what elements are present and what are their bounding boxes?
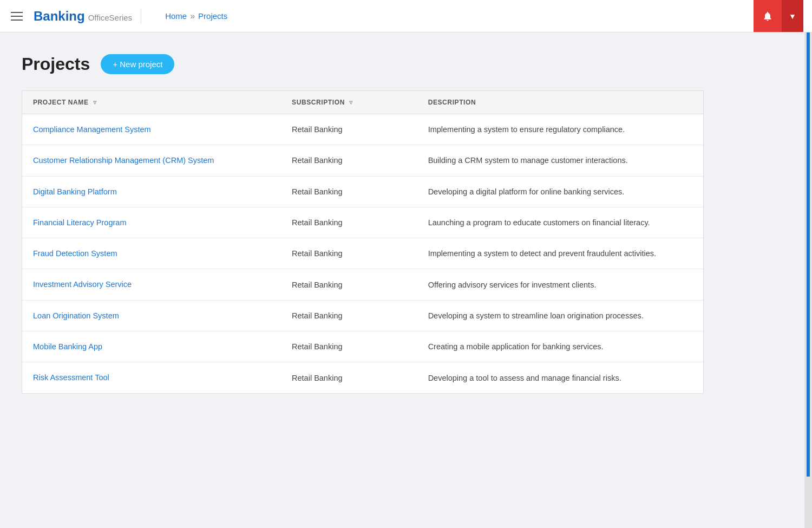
table-row: Digital Banking PlatformRetail BankingDe… xyxy=(22,176,703,207)
description-cell: Building a CRM system to manage customer… xyxy=(417,145,703,176)
main-content: Projects + New project PROJECT NAME ▿ SU… xyxy=(0,32,725,415)
description-cell: Implementing a system to detect and prev… xyxy=(417,238,703,269)
subscription-cell: Retail Banking xyxy=(281,145,417,176)
project-name-cell: Investment Advisory Service xyxy=(22,269,281,300)
breadcrumb: Home » Projects xyxy=(154,11,754,21)
projects-table: PROJECT NAME ▿ SUBSCRIPTION ▿ DESCRIPTIO… xyxy=(22,91,703,393)
subscription-cell: Retail Banking xyxy=(281,300,417,331)
scrollbar-thumb[interactable] xyxy=(807,32,810,477)
subscription-cell: Retail Banking xyxy=(281,114,417,145)
subscription-cell: Retail Banking xyxy=(281,269,417,300)
subscription-cell: Retail Banking xyxy=(281,238,417,269)
chevron-down-icon: ▼ xyxy=(789,12,796,21)
project-link[interactable]: Investment Advisory Service xyxy=(33,280,132,289)
new-project-button[interactable]: + New project xyxy=(101,54,174,74)
table-row: Loan Origination SystemRetail BankingDev… xyxy=(22,300,703,331)
subscription-cell: Retail Banking xyxy=(281,331,417,362)
description-cell: Offering advisory services for investmen… xyxy=(417,269,703,300)
breadcrumb-current[interactable]: Projects xyxy=(198,11,227,21)
brand-banking: Banking xyxy=(34,9,85,24)
project-link[interactable]: Customer Relationship Management (CRM) S… xyxy=(33,156,214,165)
project-link[interactable]: Risk Assessment Tool xyxy=(33,373,109,382)
description-cell: Launching a program to educate customers… xyxy=(417,207,703,238)
menu-icon[interactable] xyxy=(9,10,25,23)
project-link[interactable]: Loan Origination System xyxy=(33,311,119,320)
project-name-cell: Financial Literacy Program xyxy=(22,207,281,238)
description-cell: Creating a mobile application for bankin… xyxy=(417,331,703,362)
table-row: Compliance Management SystemRetail Banki… xyxy=(22,114,703,145)
column-header-description: DESCRIPTION xyxy=(417,91,703,114)
table-row: Investment Advisory ServiceRetail Bankin… xyxy=(22,269,703,300)
project-link[interactable]: Compliance Management System xyxy=(33,125,151,134)
brand-officeseries: OfficeSeries xyxy=(88,13,132,22)
header-dropdown-button[interactable]: ▼ xyxy=(782,0,803,32)
filter-icon-name[interactable]: ▿ xyxy=(93,99,97,106)
filter-icon-subscription[interactable]: ▿ xyxy=(349,99,353,106)
column-header-subscription: SUBSCRIPTION ▿ xyxy=(281,91,417,114)
table-row: Customer Relationship Management (CRM) S… xyxy=(22,145,703,176)
header-actions: ▼ xyxy=(754,0,803,32)
description-cell: Implementing a system to ensure regulato… xyxy=(417,114,703,145)
description-cell: Developing a system to streamline loan o… xyxy=(417,300,703,331)
breadcrumb-separator: » xyxy=(190,11,195,21)
subscription-cell: Retail Banking xyxy=(281,362,417,393)
scrollbar-track[interactable] xyxy=(804,32,812,528)
project-name-cell: Compliance Management System xyxy=(22,114,281,145)
table-header: PROJECT NAME ▿ SUBSCRIPTION ▿ DESCRIPTIO… xyxy=(22,91,703,114)
project-name-cell: Fraud Detection System xyxy=(22,238,281,269)
projects-table-container: PROJECT NAME ▿ SUBSCRIPTION ▿ DESCRIPTIO… xyxy=(22,90,704,394)
notification-bell-button[interactable] xyxy=(754,0,782,32)
project-link[interactable]: Digital Banking Platform xyxy=(33,187,117,196)
page-title: Projects xyxy=(22,54,90,74)
project-name-cell: Mobile Banking App xyxy=(22,331,281,362)
project-name-cell: Loan Origination System xyxy=(22,300,281,331)
table-row: Financial Literacy ProgramRetail Banking… xyxy=(22,207,703,238)
project-name-cell: Customer Relationship Management (CRM) S… xyxy=(22,145,281,176)
project-link[interactable]: Fraud Detection System xyxy=(33,249,117,258)
project-link[interactable]: Mobile Banking App xyxy=(33,342,102,351)
breadcrumb-home[interactable]: Home xyxy=(165,11,187,21)
bell-icon xyxy=(762,11,773,22)
subscription-cell: Retail Banking xyxy=(281,176,417,207)
project-name-cell: Risk Assessment Tool xyxy=(22,362,281,393)
subscription-cell: Retail Banking xyxy=(281,207,417,238)
description-cell: Developing a tool to assess and manage f… xyxy=(417,362,703,393)
project-name-cell: Digital Banking Platform xyxy=(22,176,281,207)
column-header-name: PROJECT NAME ▿ xyxy=(22,91,281,114)
project-link[interactable]: Financial Literacy Program xyxy=(33,218,126,227)
page-header: Projects + New project xyxy=(22,54,704,74)
table-row: Risk Assessment ToolRetail BankingDevelo… xyxy=(22,362,703,393)
table-body: Compliance Management SystemRetail Banki… xyxy=(22,114,703,393)
brand-area: Banking OfficeSeries xyxy=(34,9,141,24)
table-row: Mobile Banking AppRetail BankingCreating… xyxy=(22,331,703,362)
description-cell: Developing a digital platform for online… xyxy=(417,176,703,207)
table-row: Fraud Detection SystemRetail BankingImpl… xyxy=(22,238,703,269)
app-header: Banking OfficeSeries Home » Projects ▼ xyxy=(0,0,812,32)
